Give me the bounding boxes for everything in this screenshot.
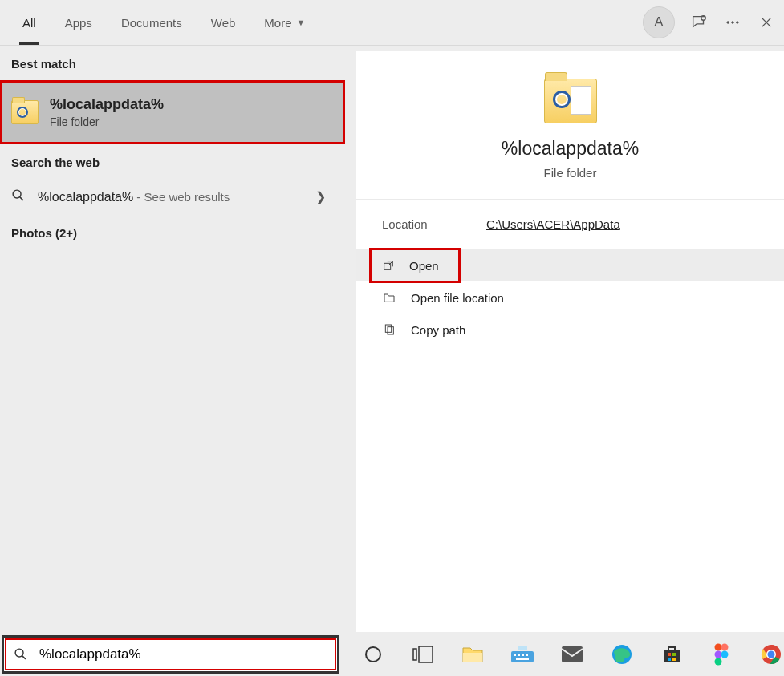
svg-point-8 [15, 649, 23, 657]
tab-label: Web [211, 16, 236, 30]
cortana-icon[interactable] [360, 642, 386, 667]
svg-rect-12 [463, 653, 482, 662]
svg-rect-19 [518, 646, 527, 650]
svg-rect-14 [514, 654, 516, 656]
svg-point-34 [768, 650, 775, 658]
search-icon [4, 647, 36, 661]
edge-icon[interactable] [609, 642, 635, 667]
folder-icon [11, 100, 39, 124]
action-label: Open [409, 259, 439, 273]
folder-open-icon [382, 290, 396, 305]
web-search-result[interactable]: %localappdata% - See web results ❯ [0, 179, 345, 215]
best-match-subtitle: File folder [50, 115, 164, 128]
preview-title: %localappdata% [372, 138, 768, 160]
svg-rect-17 [526, 654, 528, 656]
location-path-link[interactable]: C:\Users\ACER\AppData [486, 217, 620, 231]
svg-point-28 [721, 643, 729, 650]
svg-rect-18 [516, 658, 529, 660]
svg-rect-16 [522, 654, 524, 656]
tab-apps[interactable]: Apps [51, 0, 107, 45]
action-label: Open file location [411, 291, 504, 305]
results-list-pane: Best match %localappdata% File folder Se… [0, 46, 345, 632]
taskbar-search-box[interactable] [2, 635, 339, 674]
tab-label: More [264, 16, 291, 30]
svg-rect-7 [388, 327, 393, 334]
task-view-icon[interactable] [410, 642, 436, 667]
tab-documents[interactable]: Documents [107, 0, 197, 45]
svg-rect-24 [672, 653, 676, 656]
svg-point-29 [715, 650, 722, 658]
best-match-text: %localappdata% File folder [50, 96, 164, 128]
svg-rect-6 [385, 325, 391, 332]
best-match-title: %localappdata% [50, 96, 164, 113]
action-copy-path[interactable]: Copy path [356, 314, 784, 346]
svg-rect-13 [511, 651, 534, 662]
file-explorer-icon[interactable] [460, 642, 485, 667]
svg-point-2 [732, 22, 734, 24]
figma-icon[interactable] [709, 642, 734, 667]
tab-label: Documents [121, 16, 182, 30]
more-options-icon[interactable] [723, 13, 742, 32]
web-result-text: %localappdata% - See web results [38, 190, 230, 204]
svg-rect-10 [413, 649, 416, 660]
search-web-header: Search the web [0, 144, 345, 179]
taskbar [0, 632, 784, 676]
on-screen-keyboard-icon[interactable] [510, 642, 535, 667]
tab-label: All [22, 16, 36, 30]
tab-all[interactable]: All [8, 0, 51, 45]
svg-point-1 [727, 22, 729, 24]
tab-web[interactable]: Web [197, 0, 250, 45]
svg-point-30 [721, 650, 729, 658]
tab-more[interactable]: More ▼ [250, 0, 319, 45]
chevron-right-icon: ❯ [315, 189, 334, 204]
preview-subtitle: File folder [372, 166, 768, 180]
best-match-result[interactable]: %localappdata% File folder [0, 80, 345, 144]
search-icon [11, 188, 25, 205]
svg-point-31 [715, 658, 722, 665]
svg-rect-20 [562, 646, 583, 662]
tabs-left: All Apps Documents Web More ▼ [8, 0, 319, 45]
user-avatar[interactable]: A [643, 6, 675, 38]
taskbar-pinned-apps [360, 642, 784, 667]
chrome-icon[interactable] [758, 642, 784, 667]
svg-point-4 [13, 190, 21, 198]
search-results-area: Best match %localappdata% File folder Se… [0, 46, 784, 632]
svg-point-9 [366, 647, 380, 662]
svg-point-27 [715, 643, 722, 650]
tabs-right: A [643, 0, 776, 45]
preview-header: %localappdata% File folder [356, 51, 784, 200]
location-label: Location [382, 217, 486, 231]
preview-pane: %localappdata% File folder Location C:\U… [356, 51, 784, 632]
avatar-initial: A [654, 14, 663, 30]
svg-rect-25 [668, 658, 671, 661]
folder-icon-large [544, 79, 597, 123]
close-icon[interactable] [757, 13, 776, 32]
location-row: Location C:\Users\ACER\AppData [356, 200, 784, 249]
feedback-icon[interactable] [689, 13, 709, 32]
best-match-header: Best match [0, 46, 345, 80]
action-label: Copy path [411, 323, 465, 337]
web-query: %localappdata% [38, 190, 133, 204]
web-suffix: - See web results [133, 190, 230, 204]
svg-rect-11 [419, 646, 433, 662]
copy-icon [382, 322, 396, 337]
svg-rect-26 [672, 658, 676, 661]
photos-header[interactable]: Photos (2+) [0, 215, 345, 249]
svg-rect-22 [664, 650, 680, 662]
action-open[interactable]: Open [371, 249, 459, 281]
chevron-down-icon: ▼ [297, 18, 306, 27]
svg-rect-15 [518, 654, 520, 656]
microsoft-store-icon[interactable] [659, 642, 684, 667]
action-open-file-location[interactable]: Open file location [356, 281, 784, 314]
search-scope-tabs: All Apps Documents Web More ▼ A [0, 0, 784, 46]
search-input[interactable] [36, 638, 337, 671]
tab-label: Apps [65, 16, 92, 30]
svg-rect-23 [668, 653, 671, 656]
open-icon [382, 258, 395, 273]
svg-point-3 [737, 22, 739, 24]
mail-icon[interactable] [559, 642, 585, 667]
